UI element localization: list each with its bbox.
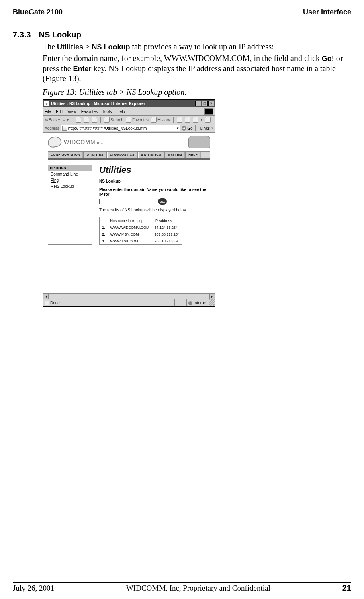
status-done: Done <box>43 300 175 306</box>
globe-icon <box>188 301 192 305</box>
menu-view[interactable]: View <box>67 109 76 114</box>
options-panel: OPTIONS Command Line Ping NS Lookup <box>48 165 92 245</box>
results-table: Hostname looked up IP Address 1. WWW.WID… <box>99 217 182 245</box>
col-hostname: Hostname looked up <box>108 217 152 224</box>
table-header-row: Hostname looked up IP Address <box>100 217 182 224</box>
tab-system[interactable]: System <box>165 152 185 158</box>
figure-caption: Figure 13: Utilities tab > NS Lookup opt… <box>43 88 351 97</box>
menu-edit[interactable]: Edit <box>56 109 63 114</box>
panel-heading: Utilities <box>99 165 210 176</box>
col-ip: IP Address <box>152 217 182 224</box>
forward-button[interactable]: → ▾ <box>62 118 69 122</box>
menu-file[interactable]: File <box>45 109 51 114</box>
tab-statistics[interactable]: Statistics <box>138 152 164 158</box>
history-icon <box>151 117 157 123</box>
tab-configuration[interactable]: Configuration <box>48 152 83 158</box>
section-number: 7.3.3 <box>13 30 31 39</box>
option-ns-lookup[interactable]: NS Lookup <box>48 183 92 189</box>
address-label: Address <box>45 126 59 131</box>
address-dropdown-icon[interactable]: ▾ <box>177 126 179 130</box>
menu-bar: File Edit View Favorites Tools Help <box>43 107 215 116</box>
screenshot-window: e Utilities - NS Lookup - Microsoft Inte… <box>43 99 215 307</box>
panel-subheading: NS Lookup <box>99 179 210 183</box>
tabs-row: Configuration Utilities Diagnostics Stat… <box>48 151 210 160</box>
section-heading: 7.3.3NS Lookup <box>13 30 351 39</box>
print-icon[interactable] <box>185 117 190 123</box>
browser-throbber-icon <box>204 108 213 115</box>
table-row: 2. WWW.MSN.COM 207.68.172.254 <box>100 231 182 238</box>
page-icon <box>62 126 67 131</box>
para-1: The Utilities > NS Lookup tab provides a… <box>43 42 351 52</box>
table-row: 3. WWW.ASK.COM 208.185.160.9 <box>100 238 182 245</box>
prompt-text: Please enter the domain Name you would l… <box>99 187 210 197</box>
main-panel: Utilities NS Lookup Please enter the dom… <box>99 165 210 245</box>
options-head: OPTIONS <box>48 165 92 171</box>
links-chevron-icon[interactable]: » <box>211 126 213 130</box>
go-button[interactable]: ➜ Go <box>182 126 192 131</box>
maximize-button[interactable]: □ <box>202 101 208 106</box>
option-command-line[interactable]: Command Line <box>48 171 92 177</box>
status-blank <box>175 300 187 306</box>
home-icon[interactable] <box>92 117 97 123</box>
favorites-icon <box>126 117 131 123</box>
mail-icon[interactable] <box>177 117 182 123</box>
status-zone: Internet <box>187 300 209 306</box>
menu-favorites[interactable]: Favorites <box>81 109 98 114</box>
result-note: The results of NS Lookup will be display… <box>99 208 210 212</box>
go-oval-button[interactable]: GO! <box>158 198 167 205</box>
horizontal-scrollbar[interactable]: ◂ ▸ <box>43 293 215 299</box>
scroll-left-icon[interactable]: ◂ <box>43 294 49 300</box>
option-ping[interactable]: Ping <box>48 177 92 183</box>
links-label[interactable]: Links <box>200 126 210 131</box>
history-button[interactable]: History <box>151 117 170 123</box>
address-input[interactable]: http:// ##.###.###.# /Utilities_NSLookup… <box>61 125 180 131</box>
address-bar: Address http:// ##.###.###.# /Utilities_… <box>43 124 215 133</box>
search-button[interactable]: Search <box>104 117 123 123</box>
footer-date: July 26, 2001 <box>13 584 54 593</box>
router-icon <box>188 136 210 148</box>
menu-tools[interactable]: Tools <box>102 109 112 114</box>
doc-header-left: BlueGate 2100 <box>13 8 63 16</box>
favorites-button[interactable]: Favorites <box>126 117 149 123</box>
tab-diagnostics[interactable]: Diagnostics <box>107 152 137 158</box>
tab-help[interactable]: Help <box>186 152 200 158</box>
doc-header-right: User Interface <box>303 8 351 16</box>
domain-input[interactable] <box>99 199 155 204</box>
done-icon <box>45 301 49 305</box>
window-titlebar: e Utilities - NS Lookup - Microsoft Inte… <box>43 100 215 107</box>
edit-icon[interactable] <box>193 117 198 123</box>
scroll-right-icon[interactable]: ▸ <box>209 294 215 300</box>
toolbar: ⇦ Back ▾ → ▾ Search Favorites History ▾ <box>43 116 215 124</box>
go-arrow-icon: ➜ <box>182 126 186 131</box>
minimize-button[interactable]: _ <box>195 101 201 106</box>
ie-icon: e <box>44 101 49 106</box>
back-button[interactable]: ⇦ Back ▾ <box>45 118 60 122</box>
search-icon <box>104 117 110 123</box>
window-title: Utilities - NS Lookup - Microsoft Intern… <box>51 101 195 106</box>
status-bar: Done Internet <box>43 299 215 306</box>
widcomm-logo-icon <box>47 135 62 148</box>
para-2: Enter the domain name, for example, WWW.… <box>43 53 351 84</box>
address-value: http:// ##.###.###.# /Utilities_NSLookup… <box>68 126 148 131</box>
refresh-icon[interactable] <box>84 117 89 123</box>
resize-grip-icon[interactable] <box>209 300 215 306</box>
close-button[interactable]: × <box>208 101 214 106</box>
tab-utilities[interactable]: Utilities <box>84 152 106 158</box>
footer-page-number: 21 <box>342 583 351 593</box>
menu-help[interactable]: Help <box>117 109 125 114</box>
col-num <box>100 217 108 224</box>
brand-text: WIDCOMMInc. <box>64 139 104 145</box>
page-footer: July 26, 2001 WIDCOMM, Inc, Proprietary … <box>13 582 351 599</box>
browser-viewport: WIDCOMMInc. Configuration Utilities Diag… <box>43 133 215 293</box>
discuss-icon[interactable] <box>205 117 211 123</box>
brand-row: WIDCOMMInc. <box>48 136 210 148</box>
footer-mid: WIDCOMM, Inc, Proprietary and Confidenti… <box>126 584 270 593</box>
section-title: NS Lookup <box>39 30 81 39</box>
stop-icon[interactable] <box>76 117 81 123</box>
table-row: 1. WWW.WIDCOMM.COM 64.124.55.234 <box>100 224 182 231</box>
